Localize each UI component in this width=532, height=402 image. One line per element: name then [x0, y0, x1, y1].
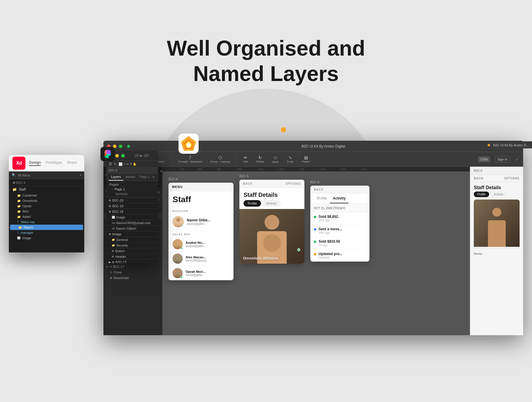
page1-label: Page 1 — [115, 187, 125, 191]
headline-line2: Named Layers — [193, 62, 339, 85]
figma-layer-email[interactable]: Aa Naomi1993@ymail.com — [106, 220, 158, 226]
xd-search-bar: 🔍 All Items ▾ — [9, 171, 84, 179]
toolbar-rotate-btn[interactable]: ↻ Rotate — [254, 154, 266, 164]
toolbar-group-btn[interactable]: ⬡ Group · Ungroup — [208, 154, 232, 164]
xd-logo-text: Xd — [16, 161, 22, 166]
inspect-options-label: OPTIONS — [504, 177, 520, 180]
inspect-profile-tab[interactable]: Profile — [474, 192, 489, 197]
xd-layer-item-omoshola[interactable]: 📁 Omoshola — [9, 198, 84, 203]
chevron-right-4: ▶ — [106, 265, 108, 268]
back-label[interactable]: BACK — [243, 182, 253, 185]
window-maximize-btn[interactable] — [121, 154, 125, 158]
manager-email: naomi@gilbe... — [187, 222, 210, 226]
sketch-layer-close[interactable]: ⊙ Close — [103, 270, 162, 275]
alex-label: Alex — [22, 210, 29, 213]
figma-arrow-icon[interactable]: ↖ — [114, 162, 117, 166]
oprah-name: Oprah Mori... — [186, 270, 206, 273]
figma-layer-b2c19[interactable]: ⊞ B2C-19 — [106, 203, 158, 209]
activity-item-2-content: Sent a mess... 34m ago — [319, 227, 366, 234]
xd-layer-image[interactable]: ⬜ Image — [9, 235, 84, 241]
xd-layer-staff-folder[interactable]: 📁 Staff — [9, 186, 84, 193]
figma-symbols-page[interactable]: Symbols — [109, 192, 155, 196]
toolbar-edit-btn[interactable]: ✏ Edit — [241, 154, 250, 164]
figma-layer-b2c18[interactable]: ⊞ B2C-18 — [106, 209, 158, 215]
manager-list-item[interactable]: Naomi Gilbe... naomi@gilbe... — [168, 214, 233, 230]
salesrep-item-3[interactable]: Oprah Mori... mordi@gilbe... — [168, 266, 233, 280]
options-label[interactable]: OPTIONS — [286, 182, 301, 185]
folder-icon-8: 📁 — [112, 238, 115, 241]
sketch-layer-b2c17[interactable]: ▶ ⊞ B2C-17 — [103, 264, 162, 270]
grid-icon-3: ⊞ — [109, 210, 111, 213]
xd-layer-item-oprah[interactable]: 📁 Oprah — [9, 203, 84, 209]
xd-tab-share[interactable]: Share — [67, 160, 77, 166]
figma-page-label[interactable]: Page 1 — [138, 174, 151, 181]
toolbar-scale-btn[interactable]: ⤡ Scale — [285, 154, 296, 164]
xd-layer-text-salesrep[interactable]: T SAles rep — [9, 219, 84, 225]
figma-layer-header[interactable]: ⊞ Header — [106, 254, 158, 260]
xd-layer-item-cardenad[interactable]: 📁 Cardenad — [9, 193, 84, 198]
figma-q-label: QID ▶ QID — [128, 154, 155, 157]
figma-layers-tab[interactable]: Layers — [109, 174, 123, 181]
figma-layer-security[interactable]: 📁 Security — [106, 243, 158, 248]
inspect-profile-label: Profile — [477, 193, 486, 196]
xd-layer-item-naomi[interactable]: 📁 Naomi — [10, 225, 83, 230]
figma-layer-general[interactable]: 📁 General — [106, 237, 158, 243]
activity-date-bar: OCT 31, 2020 (TODAY) — [310, 204, 369, 212]
anabel-info: Anabel Nic... anabel@gilbe... — [186, 241, 206, 248]
person-name-overlay: Omoshola Williams — [243, 255, 278, 261]
check-icon: ✓ — [111, 188, 113, 191]
salesrep-item-1[interactable]: Anabel Nic... anabel@gilbe... — [168, 237, 233, 252]
figma-assets-tab[interactable]: Assets — [123, 174, 138, 181]
toolbar-forward-btn[interactable]: ⤴ Forward · Backward — [176, 154, 204, 164]
xd-search-label[interactable]: All Items — [18, 174, 78, 177]
figma-page-1[interactable]: ✓ Page 1 — [109, 187, 155, 192]
xd-layer-item-alex[interactable]: 📁 Alex — [9, 209, 84, 214]
details-profile-tab[interactable]: Profile — [244, 200, 261, 207]
sketch-main-toolbar: ＋ Insert ⊞ Data ◈ Create Symbol ⤴ Forwar… — [103, 152, 523, 167]
figma-layer-image2[interactable]: ⊞ Image — [106, 231, 158, 237]
activity-back-label[interactable]: BACK — [314, 188, 324, 191]
toolbar-signin-btn[interactable]: Sign In — [495, 156, 510, 163]
items-label: Items — [474, 252, 482, 255]
figma-layer-naomi[interactable]: Aa Naomi Gilbert — [106, 226, 158, 231]
window-minimize-btn[interactable] — [115, 154, 119, 158]
collapse-btn[interactable]: ∧ — [158, 167, 163, 175]
xd-tab-prototype[interactable]: Prototype — [46, 160, 62, 166]
circle-tool-icon[interactable]: ○ — [124, 162, 126, 166]
anabel-avatar — [173, 239, 183, 249]
figma-layer-b2c17[interactable]: ▶ ⊞ B2C-17 — [106, 260, 158, 263]
toolbar-dsm-btn[interactable]: DSM — [478, 156, 490, 162]
sketch-layer-deactivate[interactable]: ⊞ Deactivate — [103, 275, 162, 281]
inspect-title: Staff Details — [470, 182, 523, 192]
oprah-info: Oprah Mori... mordi@gilbe... — [186, 270, 206, 277]
headline-container: Well Organised and Named Layers — [133, 35, 399, 87]
activity-activity-tab[interactable]: Activity — [330, 194, 348, 203]
figma-menu-icon[interactable]: ☰ — [109, 162, 112, 166]
details-activity-tab[interactable]: Activity — [262, 200, 281, 207]
xd-tab-design[interactable]: Design — [29, 160, 41, 166]
toolbar-mask-btn[interactable]: ⬭ Mask — [270, 154, 280, 165]
sketch-maximize-btn[interactable] — [119, 145, 122, 148]
grid-icon-2: ⊞ — [109, 205, 111, 208]
chevron-left-icon: ◀ — [12, 181, 15, 184]
xd-titlebar: Xd Design Prototype Share — [9, 155, 84, 171]
activity-profile-tab[interactable]: Profile — [314, 194, 330, 203]
sketch-window: B2C UI Kit By Arotec Digital ✕ ＋ Insert … — [103, 141, 523, 335]
xd-layer-item-aabel[interactable]: 📁 Aabel — [9, 214, 84, 219]
rect-tool-icon[interactable]: ⬜ — [119, 162, 123, 166]
figma-layer-button[interactable]: ⊞ Button — [106, 248, 158, 254]
salesrep-item-2[interactable]: Alex Macau... alex1993@yma... — [168, 252, 233, 266]
figma-layer-image[interactable]: ⬜ Image — [106, 215, 158, 220]
text-tool-icon[interactable]: T — [130, 162, 132, 166]
figma-layer-b2c20[interactable]: ⊞ B2C-20 — [106, 198, 158, 203]
hand-tool-icon[interactable]: ✋ — [133, 162, 137, 166]
expand-icon[interactable]: ⤢ — [515, 157, 518, 162]
inspect-back-bar: BACK OPTIONS — [470, 175, 523, 182]
figma-add-btn[interactable]: + — [151, 174, 156, 181]
inspect-activity-tab[interactable]: Activity — [490, 192, 507, 197]
xd-layer-text-manager[interactable]: T manager — [9, 230, 84, 235]
activity-screen: BACK Profile Activity OCT 31, 2020 (TODA… — [310, 186, 369, 262]
activity-item-1-text: Sold $8,652. — [319, 215, 366, 219]
toolbar-flatten-btn[interactable]: ▤ Flatten — [300, 154, 312, 164]
pen-tool-icon[interactable]: ✏ — [126, 162, 129, 166]
